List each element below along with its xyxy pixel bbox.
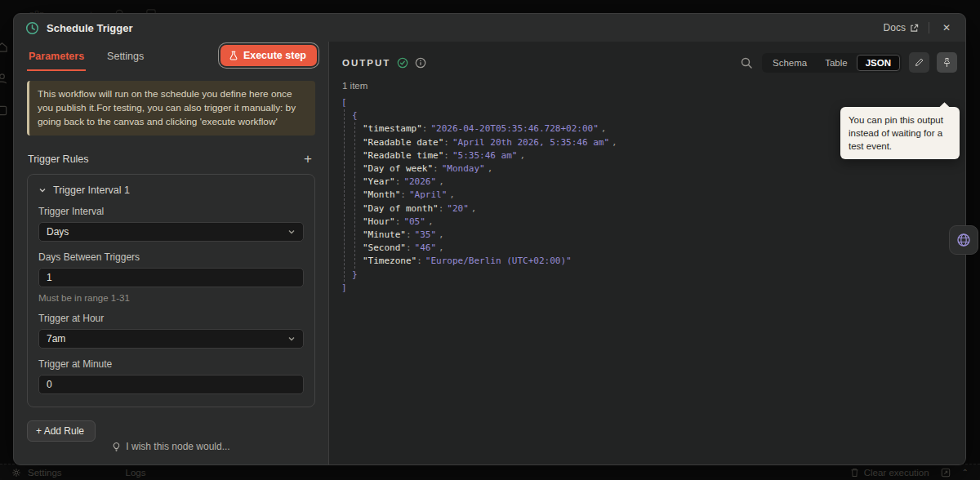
- search-output-icon[interactable]: [738, 55, 755, 71]
- user-icon[interactable]: [0, 73, 14, 85]
- background-sidebar: [0, 41, 14, 117]
- header-divider: [929, 22, 929, 33]
- trigger-minute-input[interactable]: [38, 375, 304, 394]
- chevron-down-icon: [287, 228, 296, 236]
- execute-step-button[interactable]: Execute step: [220, 45, 317, 66]
- close-icon[interactable]: ✕: [939, 20, 954, 35]
- templates-icon[interactable]: [0, 104, 14, 117]
- add-rule-plus-icon[interactable]: +: [301, 152, 314, 166]
- days-between-label: Days Between Triggers: [38, 251, 304, 263]
- globe-icon: [956, 233, 971, 247]
- popout-icon[interactable]: [941, 468, 951, 478]
- trigger-minute-label: Trigger at Minute: [38, 358, 304, 370]
- json-line: "Month":"April",: [339, 189, 965, 202]
- assistant-globe-button[interactable]: [949, 225, 978, 255]
- json-line: "Day of week":"Monday",: [339, 162, 965, 176]
- collapse-panel-chevron[interactable]: ⌃: [962, 468, 969, 477]
- output-title: OUTPUT: [342, 58, 390, 68]
- lightbulb-icon: [112, 442, 121, 451]
- days-range-hint: Must be in range 1-31: [38, 293, 304, 303]
- json-line: "Timezone":"Europe/Berlin (UTC+02:00)": [339, 255, 965, 268]
- items-count: 1 item: [329, 73, 965, 91]
- node-feedback-link[interactable]: I wish this node would...: [14, 441, 328, 452]
- parameters-panel: Parameters Settings Execute step This wo…: [14, 42, 329, 464]
- tab-parameters[interactable]: Parameters: [27, 43, 86, 71]
- json-line: "Day of month":"20",: [339, 202, 965, 216]
- pin-tooltip: You can pin this output instead of waiti…: [840, 107, 960, 159]
- view-tab-table[interactable]: Table: [816, 55, 857, 71]
- pin-icon: [942, 57, 952, 68]
- trigger-hour-select[interactable]: 7am: [38, 329, 304, 349]
- json-line: ]: [339, 282, 965, 295]
- days-between-input[interactable]: [38, 268, 304, 287]
- flask-icon: [229, 51, 238, 61]
- trigger-rules-label: Trigger Rules: [28, 153, 89, 165]
- json-line: "Hour":"05",: [339, 216, 965, 229]
- node-details-modal: Schedule Trigger Docs ✕ Parameters Setti…: [13, 13, 966, 465]
- pin-output-button[interactable]: [937, 52, 957, 73]
- trash-icon: [850, 468, 859, 478]
- add-rule-button[interactable]: + Add Rule: [27, 420, 96, 442]
- info-icon[interactable]: [415, 57, 426, 69]
- gear-icon[interactable]: [11, 468, 21, 478]
- clear-execution-button[interactable]: Clear execution: [850, 468, 929, 478]
- node-title: Schedule Trigger: [47, 22, 132, 34]
- json-line: "Minute":"35",: [339, 229, 965, 242]
- settings-bottom-label[interactable]: Settings: [28, 468, 62, 478]
- pencil-icon: [914, 57, 924, 68]
- view-tab-json[interactable]: JSON: [857, 55, 900, 71]
- chevron-down-icon: [38, 186, 47, 194]
- indent-guide: [354, 122, 355, 268]
- home-icon[interactable]: [0, 41, 14, 53]
- background-bottombar: Settings Logs Clear execution ⌃: [0, 464, 980, 480]
- external-link-icon: [910, 24, 919, 33]
- output-panel: OUTPUT Schema Table JSON: [329, 42, 965, 464]
- output-view-switcher: Schema Table JSON: [762, 53, 902, 73]
- docs-link[interactable]: Docs: [884, 22, 919, 33]
- modal-header: Schedule Trigger Docs ✕: [14, 14, 965, 42]
- tab-settings[interactable]: Settings: [105, 43, 145, 71]
- indent-guide: [344, 109, 345, 282]
- trigger-interval-group: Trigger Interval 1 Trigger Interval Days…: [27, 174, 315, 407]
- chevron-down-icon: [287, 335, 296, 343]
- json-line: "Year":"2026",: [339, 176, 965, 189]
- view-tab-schema[interactable]: Schema: [764, 55, 816, 71]
- logs-tab[interactable]: Logs: [126, 468, 146, 478]
- edit-output-button[interactable]: [909, 52, 929, 73]
- json-line: }: [339, 269, 965, 282]
- schedule-notice: This workflow will run on the schedule y…: [27, 81, 315, 136]
- json-line: "Second":"46",: [339, 242, 965, 255]
- trigger-interval-label: Trigger Interval: [38, 206, 304, 217]
- schedule-trigger-clock-icon: [25, 21, 39, 35]
- trigger-hour-label: Trigger at Hour: [38, 313, 304, 324]
- success-check-icon: [397, 57, 408, 69]
- trigger-interval-collapse[interactable]: Trigger Interval 1: [38, 184, 304, 196]
- trigger-interval-select[interactable]: Days: [38, 222, 304, 242]
